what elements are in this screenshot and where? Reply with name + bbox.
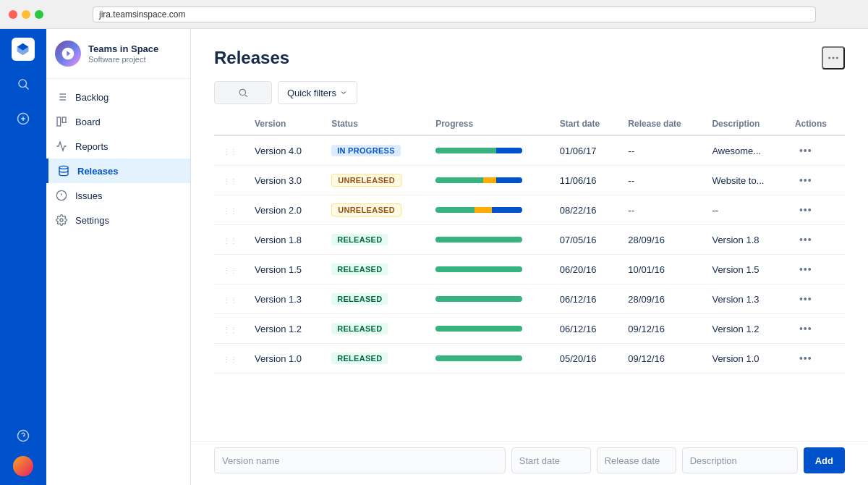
table-row: ⋮⋮Version 1.8RELEASED 07/05/1628/09/16Ve… [214,225,845,255]
row-actions-button[interactable]: ••• [795,232,817,247]
row-actions-button[interactable]: ••• [795,173,817,187]
progress-green [435,326,522,332]
svg-point-23 [239,89,245,95]
create-icon[interactable] [12,107,35,130]
project-type: Software project [88,55,158,64]
col-release-date: Release date [619,113,703,135]
actions-cell: ••• [786,225,845,255]
row-actions-button[interactable]: ••• [795,203,817,217]
actions-cell: ••• [786,255,845,284]
releases-table: Version Status Progress Start date Relea… [214,113,845,374]
row-actions-button[interactable]: ••• [795,143,817,158]
progress-bar [435,207,522,213]
progress-green [435,296,522,302]
description-cell: Version 1.2 [703,314,786,344]
url-bar[interactable]: jira.teamsinspace.com [93,7,816,22]
progress-blue [492,207,522,213]
progress-cell [427,344,551,374]
col-progress: Progress [427,113,551,135]
start-date-cell: 07/05/16 [551,225,620,255]
actions-cell: ••• [786,314,845,344]
row-actions-button[interactable]: ••• [795,351,817,366]
progress-blue [496,148,522,153]
progress-green [435,237,522,242]
list-icon [55,90,68,104]
help-icon[interactable] [12,424,35,447]
main-header: Releases [191,29,868,75]
sidebar-item-label: Reports [75,141,109,152]
status-badge: RELEASED [331,323,388,334]
sidebar-item-label: Releases [77,166,118,177]
row-actions-button[interactable]: ••• [795,292,817,306]
drag-handle[interactable]: ⋮⋮ [223,148,237,156]
search-box[interactable] [214,81,272,104]
sidebar-item-releases[interactable]: Releases [46,159,190,183]
status-cell: UNRELEASED [323,166,427,195]
sidebar-item-settings[interactable]: Settings [46,208,190,232]
releases-icon [57,164,70,177]
status-badge: RELEASED [331,234,388,245]
progress-blue [496,177,522,183]
table-row: ⋮⋮Version 4.0IN PROGRESS 01/06/17--Aweso… [214,135,845,166]
progress-bar [435,355,522,361]
progress-green [435,177,483,183]
sidebar-item-board[interactable]: Board [46,109,190,134]
progress-yellow [483,177,496,183]
chart-icon [55,140,68,153]
description-cell: Version 1.0 [703,344,786,374]
svg-rect-14 [62,117,66,122]
quick-filters-button[interactable]: Quick filters [278,81,357,104]
left-rail [0,29,46,485]
drag-handle[interactable]: ⋮⋮ [223,326,237,334]
release-date-input[interactable] [597,447,676,473]
row-actions-button[interactable]: ••• [795,262,817,277]
add-version-form: Add [191,441,868,485]
search-icon[interactable] [12,72,35,96]
minimize-button[interactable] [22,10,30,19]
sidebar-item-issues[interactable]: Issues [46,183,190,208]
sidebar-item-label: Backlog [75,92,109,103]
description-input[interactable] [682,447,798,473]
row-actions-button[interactable]: ••• [795,321,817,336]
app-logo[interactable] [12,38,35,61]
sidebar-item-reports[interactable]: Reports [46,134,190,159]
progress-cell [427,255,551,284]
sidebar-item-backlog[interactable]: Backlog [46,85,190,109]
progress-bar [435,237,522,242]
page-title: Releases [214,48,289,68]
progress-green [435,148,496,153]
svg-line-1 [25,86,28,89]
drag-handle[interactable]: ⋮⋮ [223,355,237,363]
table-row: ⋮⋮Version 1.5RELEASED 06/20/1610/01/16Ve… [214,255,845,284]
version-name-input[interactable] [214,447,506,473]
drag-handle[interactable]: ⋮⋮ [223,207,237,215]
drag-handle[interactable]: ⋮⋮ [223,266,237,274]
add-button[interactable]: Add [804,447,845,473]
progress-green [435,355,522,361]
drag-handle[interactable]: ⋮⋮ [223,296,237,304]
avatar[interactable] [13,456,33,476]
release-date-cell: -- [619,135,703,166]
start-date-cell: 08/22/16 [551,195,620,225]
status-badge: UNRELEASED [331,174,401,187]
nav-list: Backlog Board Reports [46,79,190,238]
svg-rect-13 [57,117,61,126]
actions-cell: ••• [786,344,845,374]
table-row: ⋮⋮Version 1.2RELEASED 06/12/1609/12/16Ve… [214,314,845,344]
start-date-cell: 06/20/16 [551,255,620,284]
sidebar: Teams in Space Software project Backlog [46,29,191,485]
start-date-input[interactable] [511,447,591,473]
drag-handle[interactable]: ⋮⋮ [223,237,237,245]
progress-cell [427,166,551,195]
project-header[interactable]: Teams in Space Software project [46,29,190,79]
maximize-button[interactable] [35,10,43,19]
status-badge: UNRELEASED [331,203,401,216]
drag-handle[interactable]: ⋮⋮ [223,177,237,185]
version-cell: Version 1.0 [246,344,323,374]
close-button[interactable] [9,10,17,19]
actions-cell: ••• [786,135,845,166]
progress-bar [435,296,522,302]
more-options-button[interactable] [822,46,845,69]
table-row: ⋮⋮Version 1.0RELEASED 05/20/1609/12/16Ve… [214,344,845,374]
progress-cell [427,225,551,255]
